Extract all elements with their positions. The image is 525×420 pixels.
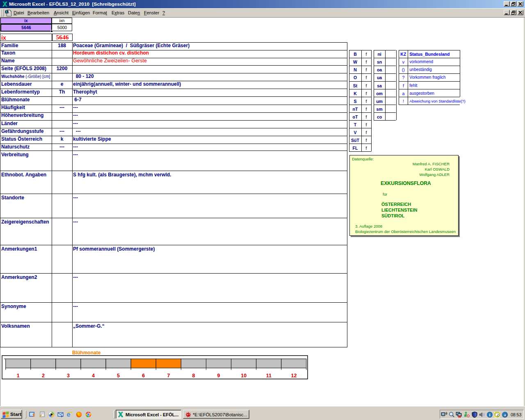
svg-text:3: 3 bbox=[67, 373, 70, 379]
svg-text:12: 12 bbox=[291, 373, 297, 379]
svg-text:a: a bbox=[504, 412, 506, 417]
svg-text:2: 2 bbox=[42, 373, 45, 379]
svg-text:4: 4 bbox=[92, 373, 95, 379]
svg-text:11: 11 bbox=[266, 373, 272, 379]
svg-text:i: i bbox=[489, 412, 490, 417]
svg-text:10: 10 bbox=[241, 373, 247, 379]
svg-text:8: 8 bbox=[192, 373, 195, 379]
svg-text:9: 9 bbox=[217, 373, 220, 379]
svg-text:1: 1 bbox=[17, 373, 20, 379]
svg-text:7: 7 bbox=[167, 373, 170, 379]
svg-text:6: 6 bbox=[142, 373, 145, 379]
svg-text:5: 5 bbox=[117, 373, 120, 379]
